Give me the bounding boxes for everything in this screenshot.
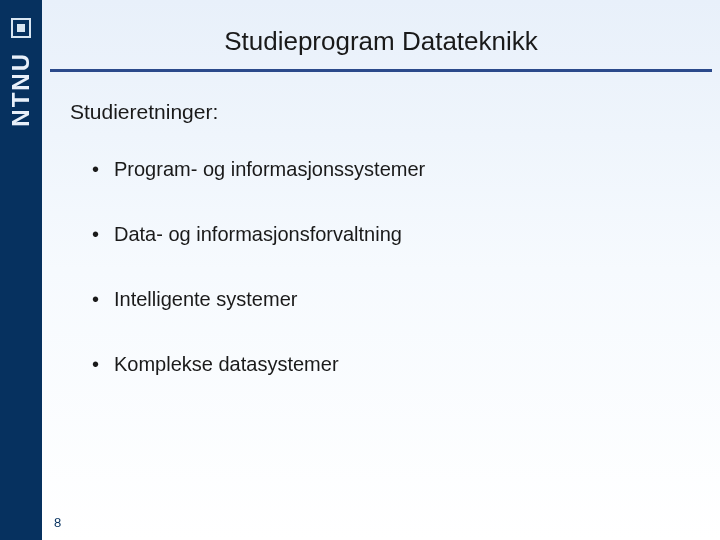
content-area: Studieprogram Datateknikk Studieretninge… — [42, 0, 720, 540]
sidebar: NTNU — [0, 0, 42, 540]
ntnu-logo-icon — [11, 18, 31, 38]
list-item: Intelligente systemer — [92, 288, 680, 311]
title-wrap: Studieprogram Datateknikk — [42, 0, 720, 69]
slide-title: Studieprogram Datateknikk — [62, 26, 700, 57]
slide: NTNU Studieprogram Datateknikk Studieret… — [0, 0, 720, 540]
page-number: 8 — [54, 515, 61, 530]
body: Studieretninger: Program- og informasjon… — [42, 72, 720, 376]
list-item: Komplekse datasystemer — [92, 353, 680, 376]
list-item: Program- og informasjonssystemer — [92, 158, 680, 181]
subheading: Studieretninger: — [70, 100, 680, 124]
list-item: Data- og informasjonsforvaltning — [92, 223, 680, 246]
bullet-list: Program- og informasjonssystemer Data- o… — [70, 158, 680, 376]
brand-text: NTNU — [7, 52, 35, 127]
